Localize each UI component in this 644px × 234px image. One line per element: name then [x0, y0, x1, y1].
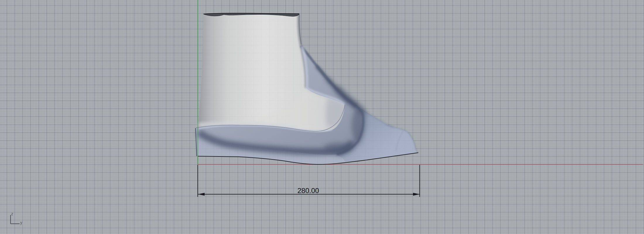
svg-text:z: z — [11, 211, 13, 216]
svg-text:y: y — [20, 220, 22, 225]
svg-text:280.00: 280.00 — [297, 187, 319, 195]
